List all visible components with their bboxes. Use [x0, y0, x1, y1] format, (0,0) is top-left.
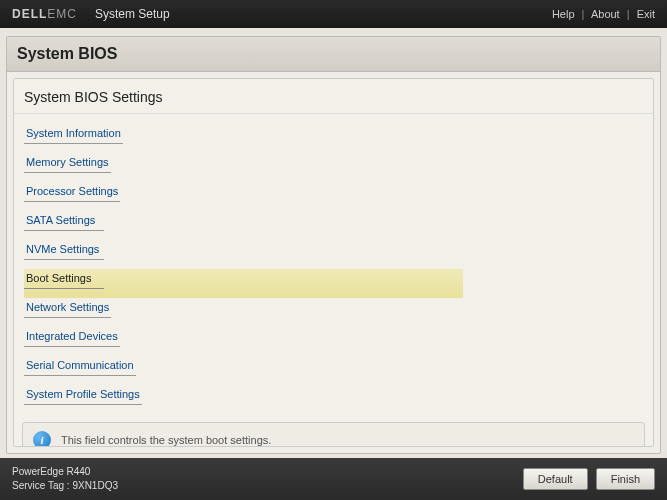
- menu-item-system-profile-settings[interactable]: System Profile Settings: [24, 385, 142, 405]
- separator: |: [627, 8, 630, 20]
- menu-row: NVMe Settings: [24, 240, 643, 269]
- help-text: This field controls the system boot sett…: [61, 434, 271, 446]
- brand-suffix: EMC: [47, 7, 77, 21]
- menu-row: Boot Settings: [24, 269, 463, 298]
- main-panel: System BIOS System BIOS Settings System …: [6, 36, 661, 454]
- brand-text: DELL: [12, 7, 47, 21]
- menu-row: System Profile Settings: [24, 385, 643, 414]
- settings-panel: System BIOS Settings System InformationM…: [13, 78, 654, 447]
- top-bar: DELLEMC System Setup Help | About | Exit: [0, 0, 667, 28]
- info-icon: i: [33, 431, 51, 447]
- service-tag-value: 9XN1DQ3: [72, 480, 118, 491]
- service-tag-label: Service Tag :: [12, 480, 70, 491]
- exit-link[interactable]: Exit: [637, 8, 655, 20]
- button-group: Default Finish: [523, 468, 655, 490]
- model-info: PowerEdge R440 Service Tag : 9XN1DQ3: [12, 465, 118, 493]
- bottom-bar: PowerEdge R440 Service Tag : 9XN1DQ3 Def…: [0, 458, 667, 500]
- separator: |: [582, 8, 585, 20]
- top-title: System Setup: [95, 7, 170, 21]
- menu-item-system-information[interactable]: System Information: [24, 124, 123, 144]
- help-box: i This field controls the system boot se…: [22, 422, 645, 447]
- menu-item-processor-settings[interactable]: Processor Settings: [24, 182, 120, 202]
- settings-subtitle: System BIOS Settings: [14, 79, 653, 114]
- top-links: Help | About | Exit: [552, 8, 655, 20]
- default-button[interactable]: Default: [523, 468, 588, 490]
- menu-row: SATA Settings: [24, 211, 643, 240]
- menu-row: Processor Settings: [24, 182, 643, 211]
- menu-row: Network Settings: [24, 298, 643, 327]
- finish-button[interactable]: Finish: [596, 468, 655, 490]
- menu-item-boot-settings[interactable]: Boot Settings: [24, 269, 104, 289]
- menu-item-serial-communication[interactable]: Serial Communication: [24, 356, 136, 376]
- menu-item-nvme-settings[interactable]: NVMe Settings: [24, 240, 104, 260]
- menu-row: Memory Settings: [24, 153, 643, 182]
- brand-logo: DELLEMC: [12, 7, 77, 21]
- menu-item-network-settings[interactable]: Network Settings: [24, 298, 111, 318]
- menu-row: Serial Communication: [24, 356, 643, 385]
- menu-row: Integrated Devices: [24, 327, 643, 356]
- about-link[interactable]: About: [591, 8, 620, 20]
- menu-list: System InformationMemory SettingsProcess…: [14, 114, 653, 418]
- menu-item-integrated-devices[interactable]: Integrated Devices: [24, 327, 120, 347]
- menu-item-sata-settings[interactable]: SATA Settings: [24, 211, 104, 231]
- service-tag-row: Service Tag : 9XN1DQ3: [12, 479, 118, 493]
- help-link[interactable]: Help: [552, 8, 575, 20]
- page-title: System BIOS: [7, 37, 660, 72]
- main-area: System BIOS System BIOS Settings System …: [0, 28, 667, 458]
- menu-row: System Information: [24, 124, 643, 153]
- menu-item-memory-settings[interactable]: Memory Settings: [24, 153, 111, 173]
- model-name: PowerEdge R440: [12, 465, 118, 479]
